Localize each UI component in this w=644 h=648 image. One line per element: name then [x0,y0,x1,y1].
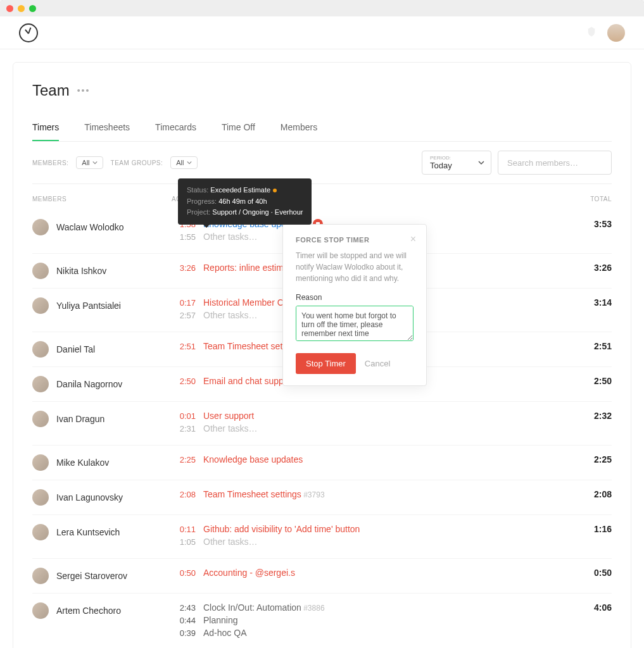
avatar[interactable] [32,219,49,235]
activity-task[interactable]: User support [203,411,254,421]
activity-time: 0:11 [172,525,196,534]
search-members-input[interactable] [498,151,612,175]
avatar[interactable] [32,376,49,392]
close-icon[interactable]: × [410,234,416,245]
modal-description: Timer will be stopped and we will notify… [296,250,414,284]
member-total: 2:08 [574,489,612,499]
activity-time: 2:25 [172,455,196,464]
activity-time: 2:50 [172,377,196,386]
activity-task[interactable]: Other tasks… [203,232,258,242]
activity-time: 2:08 [172,490,196,499]
tab-timers[interactable]: Timers [32,115,59,141]
member-name[interactable]: Daniel Tal [56,344,95,354]
member-name[interactable]: Ivan Dragun [56,414,104,424]
activity-task[interactable]: Historical Member Cost [203,297,295,308]
member-row: Mike Kulakov2:25Knowledge base updates2:… [32,446,612,480]
member-total: 3:53 [574,219,612,229]
members-filter-select[interactable]: All [76,156,103,169]
tab-bar: TimersTimesheetsTimecardsTime OffMembers [32,115,612,142]
notification-icon[interactable] [586,26,597,39]
avatar[interactable] [32,341,49,358]
avatar[interactable] [32,263,49,279]
tab-timesheets[interactable]: Timesheets [84,115,130,141]
activity-task[interactable]: Other tasks… [203,537,258,547]
activity-task[interactable]: Other tasks… [203,423,258,433]
avatar[interactable] [32,297,49,314]
members-filter-label: MEMBERS: [32,159,68,166]
avatar[interactable] [32,568,49,584]
member-total: 2:50 [574,376,612,386]
top-nav [0,16,644,49]
activity-time: 3:26 [172,263,196,273]
tab-members[interactable]: Members [281,115,317,141]
member-row: Artem Chechoro2:43Clock In/Out: Automati… [32,594,612,648]
member-name[interactable]: Danila Nagornov [56,379,122,389]
member-name[interactable]: Yuliya Pantsialei [56,301,121,311]
member-total: 0:50 [574,568,612,578]
member-total: 2:32 [574,411,612,421]
activity-time: 0:44 [172,616,196,625]
activity-time: 2:57 [172,311,196,320]
member-total: 4:06 [574,602,612,613]
period-select[interactable]: PERIOD: Today [422,151,491,175]
member-name[interactable]: Nikita Ishkov [56,266,106,276]
member-row: Ivan Dragun0:01User support2:31Other tas… [32,402,612,446]
activity-task[interactable]: Knowledge base updates [203,454,303,464]
chevron-down-icon [187,160,192,165]
chevron-down-icon [92,160,98,165]
member-row: Lera Kuntsevich0:11Github: add visibilit… [32,515,612,559]
force-stop-modal: FORCE STOP TIMER × Timer will be stopped… [282,224,427,386]
member-total: 1:16 [574,524,612,534]
minimize-window-dot[interactable] [18,5,25,12]
activity-task[interactable]: Accounting - @sergei.s [203,568,295,578]
status-tooltip: Status: Exceeded Estimate Progress: 46h … [178,178,312,225]
activity-task[interactable]: Team Timesheet settings #3793 [203,489,325,499]
member-total: 3:14 [574,297,612,308]
reason-textarea[interactable] [296,306,414,341]
activity-task[interactable]: Email and chat support [203,376,294,386]
maximize-window-dot[interactable] [29,5,36,12]
activity-task[interactable]: Github: add visibility to 'Add time' but… [203,524,360,534]
member-name[interactable]: Sergei Staroverov [56,571,127,581]
member-name[interactable]: Waclaw Wolodko [56,222,124,232]
member-name[interactable]: Lera Kuntsevich [56,527,120,537]
app-logo[interactable] [19,23,38,42]
avatar[interactable] [32,489,49,506]
window-titlebar [0,0,644,16]
task-tag: #3793 [301,490,325,499]
avatar[interactable] [32,411,49,427]
activity-task[interactable]: Planning [203,615,238,625]
activity-task[interactable]: Ad-hoc QA [203,628,246,638]
more-icon[interactable]: ••• [77,85,91,96]
page-title: Team [32,82,70,99]
member-name[interactable]: Ivan Lagunovsky [56,492,123,502]
avatar[interactable] [32,524,49,540]
activity-time: 2:43 [172,603,196,613]
member-total: 2:51 [574,341,612,351]
tab-time-off[interactable]: Time Off [222,115,255,141]
member-name[interactable]: Artem Chechoro [56,606,121,616]
activity-time: 2:51 [172,342,196,351]
close-window-dot[interactable] [6,5,13,12]
status-dot-icon [273,189,277,192]
profile-avatar[interactable] [607,24,625,42]
activity-time: 0:17 [172,298,196,308]
activity-task[interactable]: Clock In/Out: Automation #3886 [203,602,325,613]
task-tag: #3886 [301,604,325,613]
groups-filter-select[interactable]: All [170,156,197,169]
member-total: 3:26 [574,263,612,273]
reason-label: Reason [296,293,414,302]
avatar[interactable] [32,602,49,619]
chevron-down-icon [478,158,484,168]
activity-task[interactable]: Other tasks… [203,310,258,320]
activity-time: 0:01 [172,411,196,421]
column-header-members: MEMBERS [32,196,172,202]
member-row: Sergei Staroverov0:50Accounting - @serge… [32,559,612,594]
member-name[interactable]: Mike Kulakov [56,458,109,468]
groups-filter-label: TEAM GROUPS: [111,159,163,166]
cancel-button[interactable]: Cancel [365,359,390,368]
tab-timecards[interactable]: Timecards [155,115,196,141]
stop-timer-button[interactable]: Stop Timer [296,353,356,374]
avatar[interactable] [32,454,49,471]
activity-time: 0:39 [172,628,196,638]
